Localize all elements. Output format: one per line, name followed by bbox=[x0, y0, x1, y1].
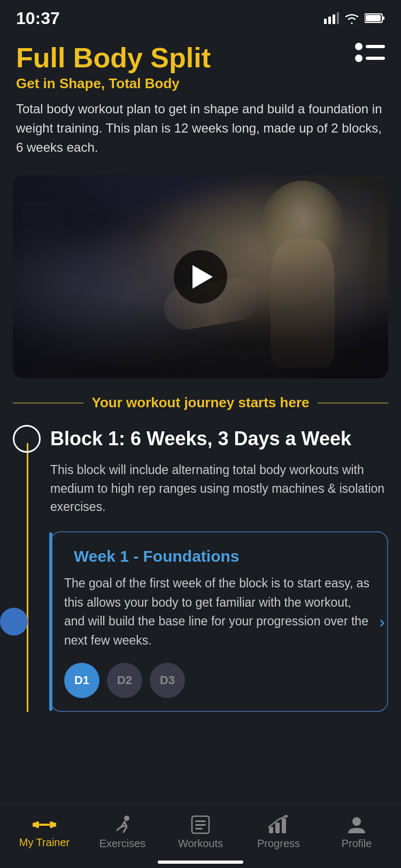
nav-label-profile: Profile bbox=[342, 838, 372, 850]
day-badges: D1 D2 D3 bbox=[64, 663, 374, 698]
status-icons bbox=[324, 12, 385, 24]
play-button[interactable] bbox=[174, 250, 227, 304]
svg-rect-5 bbox=[366, 15, 381, 21]
week-1-card[interactable]: Week 1 - Foundations The goal of the fir… bbox=[50, 531, 388, 712]
week-1-circle bbox=[0, 608, 28, 636]
journey-section: Your workout journey starts here Block 1… bbox=[0, 378, 401, 712]
nav-label-my-trainer: My Trainer bbox=[19, 836, 70, 849]
svg-rect-1 bbox=[328, 17, 331, 24]
svg-rect-10 bbox=[50, 821, 53, 828]
wifi-icon bbox=[344, 12, 359, 24]
timeline: Block 1: 6 Weeks, 3 Days a Week This blo… bbox=[13, 427, 388, 712]
svg-rect-2 bbox=[333, 14, 335, 24]
play-icon bbox=[192, 265, 213, 289]
block-1-header: Block 1: 6 Weeks, 3 Days a Week bbox=[50, 427, 388, 450]
menu-button[interactable] bbox=[355, 43, 385, 62]
battery-icon bbox=[365, 13, 385, 24]
signal-icon bbox=[324, 12, 339, 24]
week-arrow-icon: › bbox=[379, 612, 385, 632]
status-bar: 10:37 bbox=[0, 0, 401, 32]
page-title: Full Body Split bbox=[16, 43, 385, 73]
block-1-title: Block 1: 6 Weeks, 3 Days a Week bbox=[50, 427, 388, 450]
svg-point-21 bbox=[352, 817, 361, 826]
block-1-circle bbox=[13, 425, 41, 453]
svg-rect-16 bbox=[195, 828, 203, 830]
block-1-description: This block will include alternating tota… bbox=[50, 461, 388, 516]
svg-rect-15 bbox=[195, 824, 206, 826]
day-2-badge[interactable]: D2 bbox=[107, 663, 142, 698]
progress-icon bbox=[268, 815, 289, 834]
svg-rect-11 bbox=[39, 824, 50, 826]
week-card-border bbox=[49, 532, 52, 711]
nav-label-progress: Progress bbox=[257, 838, 300, 850]
journey-line-left bbox=[13, 402, 83, 404]
header-description: Total body workout plan to get in shape … bbox=[16, 99, 385, 157]
day-1-badge[interactable]: D1 bbox=[64, 663, 99, 698]
day-3-badge[interactable]: D3 bbox=[150, 663, 185, 698]
week-1-description: The goal of the first week of the block … bbox=[64, 574, 374, 650]
nav-item-workouts[interactable]: Workouts bbox=[161, 815, 240, 850]
week-1-title: Week 1 - Foundations bbox=[64, 547, 374, 565]
svg-rect-14 bbox=[195, 820, 206, 822]
nav-item-my-trainer[interactable]: My Trainer bbox=[5, 816, 83, 849]
week-card-content: Week 1 - Foundations The goal of the fir… bbox=[64, 547, 374, 699]
my-trainer-icon bbox=[33, 816, 56, 833]
home-indicator bbox=[158, 861, 243, 864]
svg-rect-17 bbox=[269, 827, 273, 833]
nav-item-progress[interactable]: Progress bbox=[240, 815, 318, 850]
svg-rect-19 bbox=[282, 818, 286, 833]
svg-rect-3 bbox=[337, 12, 339, 24]
video-thumbnail[interactable] bbox=[13, 175, 388, 378]
journey-line-right bbox=[318, 402, 388, 404]
svg-rect-9 bbox=[36, 821, 39, 828]
nav-item-profile[interactable]: Profile bbox=[318, 815, 396, 850]
nav-label-workouts: Workouts bbox=[178, 838, 223, 850]
status-time: 10:37 bbox=[16, 9, 60, 28]
workouts-icon bbox=[190, 815, 211, 834]
journey-title: Your workout journey starts here bbox=[92, 394, 310, 411]
svg-rect-6 bbox=[382, 17, 384, 20]
nav-item-exercises[interactable]: Exercises bbox=[83, 815, 161, 850]
svg-rect-18 bbox=[275, 823, 280, 833]
svg-rect-0 bbox=[324, 19, 327, 24]
bottom-nav: My Trainer Exercises Workouts bbox=[0, 804, 401, 868]
header: Full Body Split Get in Shape, Total Body… bbox=[0, 32, 401, 162]
journey-header: Your workout journey starts here bbox=[13, 394, 388, 411]
header-subtitle: Get in Shape, Total Body bbox=[16, 75, 385, 92]
exercises-icon bbox=[112, 815, 133, 834]
nav-label-exercises: Exercises bbox=[99, 838, 146, 850]
timeline-line bbox=[27, 443, 28, 712]
svg-point-12 bbox=[124, 816, 129, 821]
profile-icon bbox=[347, 815, 366, 834]
